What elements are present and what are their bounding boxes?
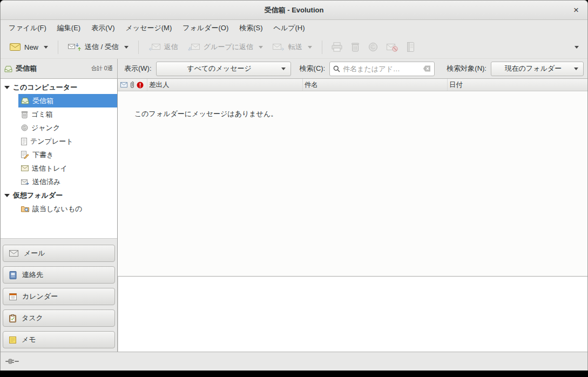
menu-file[interactable]: ファイル(F)	[3, 21, 52, 36]
toolbar-separator	[322, 41, 322, 54]
delete-button[interactable]	[347, 38, 364, 56]
column-header-from[interactable]: 差出人	[147, 79, 303, 91]
folder-templates[interactable]: テンプレート	[1, 134, 117, 148]
switcher-label: メール	[24, 248, 45, 258]
overflow-arrow-icon	[575, 46, 579, 49]
column-header-date[interactable]: 日付	[448, 79, 587, 91]
folder-unmatched[interactable]: 該当しないもの	[1, 202, 117, 216]
search-input[interactable]	[343, 65, 420, 73]
toolbar-overflow-button[interactable]	[569, 42, 583, 52]
status-bar	[1, 352, 587, 371]
junk-button[interactable]	[364, 38, 382, 56]
addressbook-button[interactable]	[402, 38, 419, 56]
switcher-calendar[interactable]: カレンダー	[3, 288, 115, 305]
document-icon	[21, 138, 27, 145]
send-receive-label: 送信 / 受信	[85, 42, 119, 52]
online-status-icon[interactable]	[5, 358, 19, 365]
toolbar: New 送信 / 受信 返信 グループに返信	[1, 36, 587, 59]
message-total-count: 合計 0通	[91, 65, 113, 72]
toolbar-separator	[58, 41, 58, 54]
message-list-header: 差出人 件名 日付	[118, 79, 587, 91]
folder-outbox[interactable]: 送信トレイ	[1, 161, 117, 175]
group-reply-dropdown-arrow[interactable]	[259, 46, 263, 49]
memo-note-icon	[9, 336, 16, 344]
search-scope-dropdown[interactable]: 現在のフォルダー	[491, 62, 584, 76]
trash-icon	[351, 42, 360, 52]
message-list[interactable]: このフォルダーにメッセージはありません。	[118, 91, 587, 276]
junk-ball-icon	[21, 124, 28, 131]
column-label: 件名	[305, 80, 318, 90]
new-dropdown-arrow[interactable]	[44, 46, 48, 49]
send-receive-icon	[68, 43, 81, 51]
current-folder-panel: 受信箱 合計 0通	[1, 59, 118, 78]
close-button[interactable]: ×	[570, 4, 582, 16]
menu-help[interactable]: ヘルプ(H)	[268, 21, 310, 36]
titlebar[interactable]: 受信箱 - Evolution ×	[1, 1, 587, 20]
forward-button[interactable]: 転送	[268, 38, 317, 56]
group-this-computer[interactable]: このコンピューター	[1, 80, 117, 94]
status-columns-header[interactable]	[118, 79, 147, 91]
folder-label: テンプレート	[30, 137, 73, 146]
group-reply-button[interactable]: グループに返信	[183, 38, 268, 56]
search-entry[interactable]	[329, 62, 435, 76]
group-label: 仮想フォルダー	[13, 191, 63, 200]
folder-inbox[interactable]: 受信箱	[18, 94, 117, 107]
chevron-down-icon	[574, 68, 578, 70]
group-label: このコンピューター	[13, 83, 77, 92]
preview-pane[interactable]	[118, 276, 587, 352]
switcher-mail[interactable]: メール	[3, 245, 115, 262]
not-junk-button[interactable]	[382, 39, 402, 56]
menu-message[interactable]: メッセージ(M)	[120, 21, 178, 36]
switcher-contacts[interactable]: 連絡先	[3, 266, 115, 284]
content-area: このコンピューター 受信箱 ゴミ箱	[1, 79, 587, 352]
evolution-window: 受信箱 - Evolution × ファイル(F) 編集(E) 表示(V) メッ…	[0, 0, 588, 371]
menu-search[interactable]: 検索(S)	[234, 21, 268, 36]
important-icon	[137, 82, 144, 89]
menu-edit[interactable]: 編集(E)	[52, 21, 86, 36]
print-button[interactable]	[327, 38, 347, 56]
inbox-icon	[21, 97, 29, 104]
reply-icon	[148, 43, 160, 51]
show-filter-dropdown[interactable]: すべてのメッセージ	[156, 62, 291, 76]
search-folder-icon	[21, 205, 29, 212]
folder-sent[interactable]: 送信済み	[1, 175, 117, 188]
switcher-label: メモ	[22, 335, 36, 345]
view-switcher: メール 連絡先 カレンダー	[1, 238, 117, 352]
folder-drafts[interactable]: 下書き	[1, 148, 117, 161]
forward-dropdown-arrow[interactable]	[308, 46, 312, 49]
clear-search-icon[interactable]	[423, 65, 431, 72]
drafts-pencil-icon	[21, 151, 29, 159]
reply-button[interactable]: 返信	[144, 38, 183, 56]
switcher-label: 連絡先	[22, 270, 43, 280]
search-scope-label: 検索対象(N):	[447, 64, 486, 73]
menu-view[interactable]: 表示(V)	[86, 21, 120, 36]
empty-folder-message: このフォルダーにメッセージはありません。	[134, 110, 278, 118]
folder-label: ジャンク	[31, 123, 60, 133]
folder-junk[interactable]: ジャンク	[1, 121, 117, 134]
tasks-clipboard-icon	[9, 314, 16, 322]
folder-label: 送信トレイ	[32, 164, 67, 173]
send-receive-button[interactable]: 送信 / 受信	[63, 38, 133, 56]
menu-folder[interactable]: フォルダー(O)	[177, 21, 234, 36]
expander-icon[interactable]	[4, 194, 10, 197]
new-button[interactable]: New	[5, 39, 53, 55]
current-folder-name: 受信箱	[16, 64, 37, 73]
desktop-edge	[0, 371, 588, 377]
window-title: 受信箱 - Evolution	[1, 5, 587, 15]
search-icon	[333, 65, 340, 72]
folder-trash[interactable]: ゴミ箱	[1, 107, 117, 121]
calendar-icon	[9, 293, 17, 300]
folder-tree: このコンピューター 受信箱 ゴミ箱	[1, 79, 117, 238]
notebook-icon	[407, 42, 415, 52]
mail-cancel-icon	[387, 43, 398, 52]
inbox-icon	[4, 65, 12, 72]
expander-icon[interactable]	[4, 86, 10, 89]
printer-icon	[332, 42, 342, 52]
send-receive-dropdown-arrow[interactable]	[124, 46, 129, 49]
switcher-tasks[interactable]: タスク	[3, 309, 115, 327]
folder-label: 送信済み	[32, 177, 60, 187]
switcher-memos[interactable]: メモ	[3, 331, 115, 348]
column-header-subject[interactable]: 件名	[303, 79, 448, 91]
trash-icon	[21, 111, 28, 118]
group-search-folders[interactable]: 仮想フォルダー	[1, 188, 117, 202]
